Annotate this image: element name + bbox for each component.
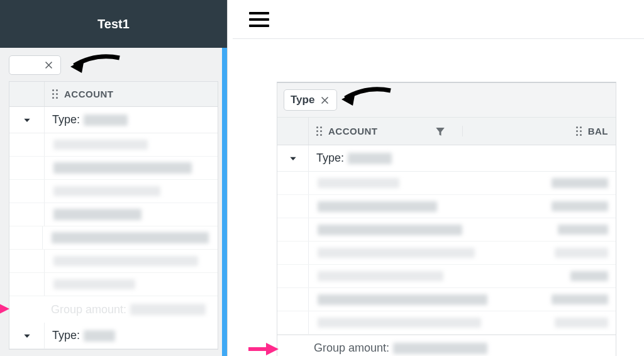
caret-down-icon [289,154,297,163]
grid-header-row: ACCOUNT BAL [277,118,616,145]
annotation-arrow-icon [341,84,392,112]
group-label: Type: [309,152,399,165]
main-area: Type ACCOUNT [233,0,644,356]
group-footer-label: Group amount: [51,303,126,316]
table-row[interactable] [9,157,218,180]
caret-down-icon [23,116,31,125]
accounts-grid-left: ACCOUNT Type: [9,81,218,350]
close-icon[interactable] [319,95,330,106]
column-header-label: ACCOUNT [64,89,114,99]
column-header-bal[interactable]: BAL [462,126,616,136]
group-row[interactable]: Type: [9,323,218,349]
caret-down-icon [23,331,31,340]
hamburger-menu-icon[interactable] [249,12,269,27]
group-expand-toggle[interactable] [277,145,309,171]
sidebar-panel: Test1 ACCOUNT [0,0,228,356]
column-header-label: BAL [588,126,608,136]
group-footer: Group amount: [9,296,218,323]
sidebar-title: Test1 [97,17,130,31]
table-row[interactable] [9,273,218,296]
drag-handle-icon[interactable] [316,126,322,136]
group-label: Type: [45,329,123,342]
column-header-account[interactable]: ACCOUNT [45,89,218,99]
column-header-account[interactable]: ACCOUNT [309,126,462,137]
table-row[interactable] [9,250,218,273]
table-row[interactable] [277,265,616,288]
filter-chip-row: Type [277,83,616,118]
table-row[interactable] [277,172,616,195]
drag-handle-icon[interactable] [52,89,58,99]
annotation-arrow-icon [0,301,9,316]
sidebar-header: Test1 [0,0,227,48]
table-row[interactable] [277,218,616,242]
empty-filter-chip[interactable] [9,55,61,75]
accounts-grid-main: Type ACCOUNT [277,82,616,356]
group-footer: Group amount: [277,335,616,356]
table-row[interactable] [9,226,218,250]
group-footer-label: Group amount: [314,342,389,355]
table-row[interactable] [9,203,218,226]
group-label: Type: [45,113,135,126]
table-row[interactable] [277,195,616,218]
group-row[interactable]: Type: [9,107,218,133]
table-row[interactable] [277,242,616,265]
annotation-arrow-icon [248,342,279,356]
column-header-label: ACCOUNT [328,126,378,136]
grid-header-row: ACCOUNT [9,82,218,107]
group-expand-toggle[interactable] [9,107,45,133]
annotation-arrow-icon [70,52,121,79]
table-row[interactable] [9,180,218,203]
top-bar [233,0,644,39]
filter-chip-row [9,55,218,75]
type-filter-chip[interactable]: Type [284,89,337,111]
drag-handle-icon[interactable] [576,126,582,136]
chip-label: Type [291,94,314,106]
table-row[interactable] [277,311,616,335]
filter-icon[interactable] [435,126,446,137]
close-icon[interactable] [43,60,54,70]
table-row[interactable] [9,133,218,157]
table-row[interactable] [277,288,616,311]
group-expand-toggle[interactable] [9,323,45,348]
group-row[interactable]: Type: [277,145,616,172]
